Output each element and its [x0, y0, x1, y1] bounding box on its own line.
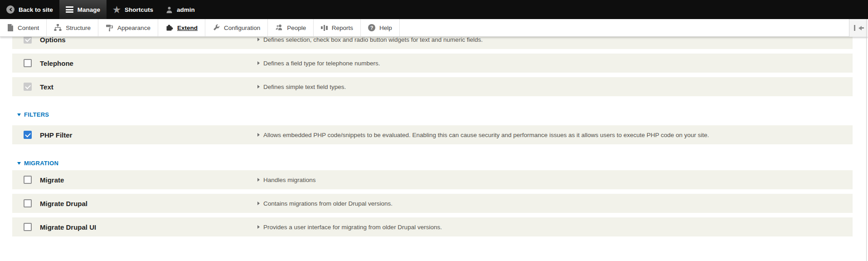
- help-icon: [368, 24, 375, 31]
- module-description-summary[interactable]: Defines a field type for telephone numbe…: [257, 54, 380, 73]
- tab-structure[interactable]: Structure: [47, 19, 98, 36]
- module-description: Handles migrations: [263, 177, 316, 183]
- tab-label: Reports: [332, 25, 353, 31]
- back-arrow-icon: [6, 5, 15, 14]
- details-twisty-icon: [257, 133, 260, 137]
- section-migration: MIGRATION Migrate Handles migrations Mig…: [0, 160, 868, 236]
- bar-chart-icon: [321, 25, 328, 31]
- tab-label: Configuration: [224, 25, 260, 31]
- module-description: Defines simple text field types.: [263, 84, 346, 90]
- module-description: Defines selection, check box and radio b…: [263, 36, 483, 43]
- back-to-site-label: Back to site: [19, 6, 53, 13]
- manage-tab[interactable]: Manage: [59, 0, 107, 19]
- module-row-migrate: Migrate Handles migrations: [12, 170, 853, 189]
- tab-appearance[interactable]: Appearance: [98, 19, 158, 36]
- module-description: Contains migrations from older Drupal ve…: [263, 200, 393, 207]
- collapse-left-icon: [854, 25, 864, 31]
- details-twisty-icon: [257, 178, 260, 182]
- scrollbar[interactable]: [866, 19, 867, 261]
- tab-label: People: [287, 25, 306, 31]
- module-checkbox[interactable]: [24, 59, 32, 67]
- section-filters: FILTERS PHP Filter Allows embedded PHP c…: [0, 111, 868, 144]
- details-twisty-icon: [257, 85, 260, 89]
- module-description-summary[interactable]: Handles migrations: [257, 170, 316, 189]
- sitemap-icon: [54, 24, 62, 31]
- section-field-types: Options Defines selection, check box and…: [0, 30, 868, 96]
- username-label: admin: [177, 6, 195, 13]
- tab-label: Appearance: [117, 25, 150, 31]
- module-description-summary[interactable]: Defines simple text field types.: [257, 77, 346, 96]
- star-icon: [113, 5, 121, 14]
- shortcuts-tab[interactable]: Shortcuts: [107, 0, 160, 19]
- section-header-filters[interactable]: FILTERS: [17, 111, 868, 118]
- module-row-telephone: Telephone Defines a field type for telep…: [12, 54, 853, 73]
- module-checkbox: [24, 83, 32, 91]
- section-header-migration[interactable]: MIGRATION: [17, 160, 868, 167]
- module-description: Defines a field type for telephone numbe…: [263, 60, 380, 67]
- hamburger-menu-icon: [66, 6, 73, 13]
- module-description: Allows embedded PHP code/snippets to be …: [263, 132, 709, 138]
- puzzle-icon: [165, 24, 173, 31]
- section-title: FILTERS: [24, 111, 49, 118]
- module-row-migrate-drupal: Migrate Drupal Contains migrations from …: [12, 194, 853, 213]
- tab-extend[interactable]: Extend: [158, 19, 205, 36]
- module-name: Text: [40, 77, 53, 96]
- people-icon: [275, 24, 283, 31]
- module-row-php-filter: PHP Filter Allows embedded PHP code/snip…: [12, 125, 853, 144]
- wrench-icon: [213, 24, 220, 31]
- module-row-text: Text Defines simple text field types.: [12, 77, 853, 96]
- module-name: Telephone: [40, 54, 73, 73]
- tab-people[interactable]: People: [268, 19, 314, 36]
- tab-label: Extend: [177, 25, 198, 31]
- details-twisty-icon: [257, 202, 260, 205]
- user-menu[interactable]: admin: [160, 0, 201, 19]
- module-checkbox[interactable]: [24, 131, 32, 139]
- module-name: PHP Filter: [40, 125, 72, 144]
- chevron-down-icon: [17, 162, 21, 165]
- details-twisty-icon: [257, 38, 260, 41]
- module-name: Migrate Drupal: [40, 194, 87, 213]
- tab-reports[interactable]: Reports: [314, 19, 361, 36]
- admin-toolbar: Back to site Manage Shortcuts admin: [0, 0, 868, 19]
- document-icon: [7, 24, 14, 31]
- module-description-summary[interactable]: Provides a user interface for migrating …: [257, 217, 442, 236]
- section-title: MIGRATION: [24, 160, 58, 167]
- module-description: Provides a user interface for migrating …: [263, 224, 442, 231]
- shortcuts-label: Shortcuts: [125, 6, 153, 13]
- tab-content[interactable]: Content: [0, 19, 47, 36]
- tab-label: Structure: [66, 25, 91, 31]
- modules-list: Options Defines selection, check box and…: [0, 30, 868, 241]
- back-to-site-button[interactable]: Back to site: [0, 0, 59, 19]
- module-checkbox[interactable]: [24, 223, 32, 231]
- manage-label: Manage: [78, 6, 100, 13]
- paintbrush-icon: [106, 24, 113, 31]
- module-name: Migrate Drupal UI: [40, 217, 96, 236]
- details-twisty-icon: [257, 61, 260, 65]
- tab-help[interactable]: Help: [361, 19, 400, 36]
- toolbar-orientation-toggle-button[interactable]: [849, 19, 868, 37]
- module-name: Migrate: [40, 170, 64, 189]
- module-checkbox[interactable]: [24, 199, 32, 207]
- user-icon: [166, 6, 173, 13]
- module-description-summary[interactable]: Allows embedded PHP code/snippets to be …: [257, 125, 709, 144]
- tab-label: Help: [379, 25, 392, 31]
- module-description-summary[interactable]: Contains migrations from older Drupal ve…: [257, 194, 393, 213]
- module-checkbox[interactable]: [24, 176, 32, 184]
- admin-menu-tray: Content Structure Appearance Extend Conf…: [0, 19, 868, 37]
- tab-label: Content: [18, 25, 39, 31]
- details-twisty-icon: [257, 225, 260, 229]
- chevron-down-icon: [17, 113, 21, 116]
- module-row-migrate-drupal-ui: Migrate Drupal UI Provides a user interf…: [12, 217, 853, 236]
- tab-configuration[interactable]: Configuration: [205, 19, 268, 36]
